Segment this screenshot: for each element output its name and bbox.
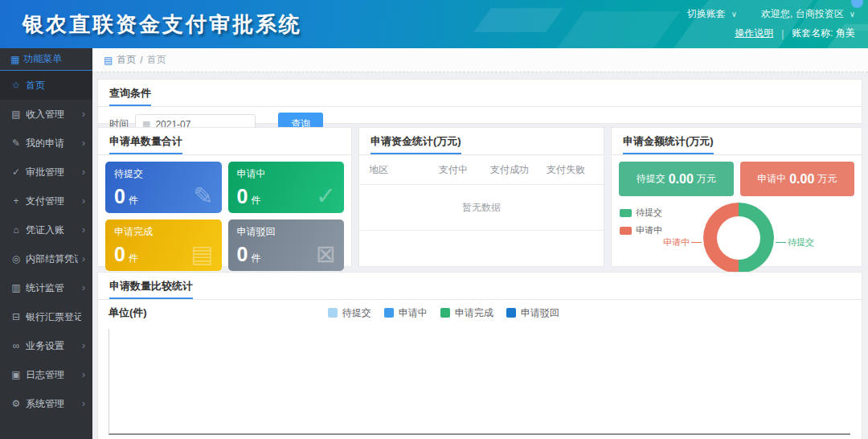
chevron-right-icon: › — [82, 224, 85, 236]
app-title: 银农直联资金支付审批系统 — [23, 10, 302, 39]
sidebar-item-home[interactable]: ☆ 首页 — [0, 71, 92, 100]
welcome-label: 欢迎您, 台商投资区 — [761, 7, 844, 21]
sidebar-item-income-mgmt[interactable]: ▤ 收入管理 › — [0, 100, 92, 129]
breadcrumb-current: 首页 — [147, 53, 166, 67]
donut-label-applying: 申请中 — [663, 236, 702, 248]
sidebar-header-label: 功能菜单 — [23, 52, 62, 66]
link-icon: ∞ — [10, 340, 22, 351]
star-icon: ☆ — [10, 80, 22, 91]
column-region: 地区 — [369, 163, 425, 177]
gear-icon: ⚙ — [10, 398, 22, 409]
chevron-right-icon: › — [82, 369, 85, 380]
column-pay-failed: 支付失败 — [538, 163, 594, 177]
legend-item-pending[interactable]: 待提交 — [328, 306, 371, 320]
chevron-down-icon: ∨ — [731, 10, 737, 18]
sidebar-item-internal-settlement[interactable]: ◎ 内部结算凭证 › — [0, 244, 92, 273]
column-paying: 支付中 — [425, 163, 481, 177]
legend-item-completed[interactable]: 申请完成 — [440, 306, 493, 320]
donut-chart-area: 待提交 申请中 申请中 待提交 — [612, 203, 862, 275]
chevron-down-icon: ∨ — [850, 10, 855, 18]
unit-label: 单位(件) — [108, 306, 147, 320]
chevron-right-icon: › — [82, 166, 85, 178]
check-icon: ✓ — [10, 166, 22, 178]
main-content: 查询条件 时间 ▦ 2021-07 查询 申请单数量合计 待提交 0件 ✎ — [92, 72, 868, 439]
legend-swatch — [620, 227, 632, 235]
chevron-right-icon: › — [82, 137, 85, 149]
sidebar-header: ▦ 功能菜单 — [0, 48, 92, 71]
legend-item-pending[interactable]: 待提交 — [620, 207, 662, 219]
account-name-label: 账套名称: 角美 — [792, 27, 855, 40]
query-panel-title: 查询条件 — [109, 86, 151, 106]
sidebar-item-payment-mgmt[interactable]: + 支付管理 › — [0, 187, 92, 215]
card-completed: 申请完成 0件 ▤ — [105, 220, 222, 271]
menu-grid-icon: ▦ — [10, 54, 19, 65]
edit-document-icon: ✎ — [193, 182, 213, 210]
legend-swatch — [440, 308, 450, 318]
card-rejected: 申请驳回 0件 ⊠ — [228, 220, 345, 271]
list-check-icon: ✓ — [316, 182, 336, 210]
sidebar-item-system-mgmt[interactable]: ⚙ 系统管理 › — [0, 389, 92, 418]
card-icon: ⊟ — [10, 311, 22, 322]
bar-chart-icon: ▥ — [10, 282, 22, 293]
comparison-chart-panel: 申请数量比较统计 单位(件) 待提交 申请中 申请完成 申请 — [97, 272, 862, 439]
applying-amount-button[interactable]: 申请中 0.00 万元 — [740, 162, 855, 196]
legend-swatch — [328, 308, 338, 318]
donut-chart — [703, 203, 774, 273]
sidebar-item-statistics-supervision[interactable]: ▥ 统计监管 › — [0, 273, 92, 302]
header-decoration — [557, 11, 680, 48]
sidebar-item-my-applications[interactable]: ✎ 我的申请 › — [0, 129, 92, 158]
document-icon: ▤ — [10, 109, 22, 120]
switch-account-label: 切换账套 — [687, 7, 726, 21]
pending-amount-button[interactable]: 待提交 0.00 万元 — [619, 162, 734, 196]
bar-chart-plot-area — [108, 329, 850, 435]
document-icon: ▤ — [190, 240, 213, 268]
chevron-right-icon: › — [82, 282, 85, 293]
document-x-icon: ⊠ — [316, 240, 336, 268]
target-icon: ◎ — [10, 253, 22, 265]
sidebar: ▦ 功能菜单 ☆ 首页 ▤ 收入管理 › ✎ 我的申请 › ✓ 审批管理 › +… — [0, 48, 92, 439]
breadcrumb-separator: / — [140, 55, 142, 66]
donut-label-pending: 待提交 — [776, 236, 814, 248]
pencil-icon: ✎ — [10, 137, 22, 149]
divider: | — [781, 28, 784, 39]
table-header: 地区 支付中 支付成功 支付失败 — [359, 155, 604, 185]
briefcase-icon: ⌂ — [10, 224, 22, 236]
user-dropdown[interactable]: 欢迎您, 台商投资区 ∨ — [761, 7, 855, 21]
breadcrumb-root[interactable]: 首页 — [117, 53, 136, 67]
funds-statistics-panel: 申请资金统计(万元) 地区 支付中 支付成功 支付失败 暂无数据 — [358, 127, 604, 267]
legend-item-rejected[interactable]: 申请驳回 — [506, 306, 559, 320]
chevron-right-icon: › — [82, 398, 85, 409]
sidebar-item-voucher-entry[interactable]: ⌂ 凭证入账 › — [0, 215, 92, 244]
plus-icon: + — [10, 195, 22, 207]
chevron-right-icon: › — [82, 109, 85, 120]
legend-item-applying[interactable]: 申请中 — [620, 224, 662, 236]
chart-legend: 待提交 申请中 申请完成 申请驳回 — [328, 306, 559, 320]
switch-account-dropdown[interactable]: 切换账套 ∨ — [687, 7, 737, 21]
legend-swatch — [506, 308, 516, 318]
document-icon: ▤ — [104, 55, 113, 66]
breadcrumb: ▤ 首页 / 首页 — [92, 48, 868, 72]
empty-data-text: 暂无数据 — [359, 185, 604, 231]
column-pay-success: 支付成功 — [481, 163, 538, 177]
chevron-right-icon: › — [82, 195, 85, 207]
card-value: 0 — [237, 243, 248, 265]
header-decoration — [473, 8, 563, 32]
amount-statistics-panel: 申请金额统计(万元) 待提交 0.00 万元 申请中 0.00 万元 — [611, 127, 862, 267]
sidebar-item-business-settings[interactable]: ∞ 业务设置 › — [0, 331, 92, 360]
query-panel: 查询条件 时间 ▦ 2021-07 查询 — [97, 79, 862, 124]
card-value: 0 — [237, 185, 248, 207]
funds-statistics-title: 申请资金统计(万元) — [371, 134, 461, 154]
chevron-right-icon: › — [82, 253, 85, 265]
chevron-right-icon: › — [82, 340, 85, 351]
operation-guide-link[interactable]: 操作说明 — [735, 27, 773, 40]
legend-swatch — [384, 308, 394, 318]
application-count-title: 申请单数量合计 — [109, 134, 182, 154]
card-value: 0 — [114, 243, 125, 265]
app-header: 银农直联资金支付审批系统 切换账套 ∨ 欢迎您, 台商投资区 ∨ 操作说明 | … — [0, 0, 868, 48]
application-count-panel: 申请单数量合计 待提交 0件 ✎ 申请中 0件 ✓ 申请完成 0件 ▤ — [97, 127, 352, 267]
pending-amount-value: 0.00 — [669, 172, 694, 187]
sidebar-item-approval-mgmt[interactable]: ✓ 审批管理 › — [0, 158, 92, 187]
sidebar-item-bank-draft-register[interactable]: ⊟ 银行汇票登记 — [0, 302, 92, 331]
sidebar-item-log-mgmt[interactable]: ▣ 日志管理 › — [0, 360, 92, 389]
legend-item-applying[interactable]: 申请中 — [384, 306, 428, 320]
